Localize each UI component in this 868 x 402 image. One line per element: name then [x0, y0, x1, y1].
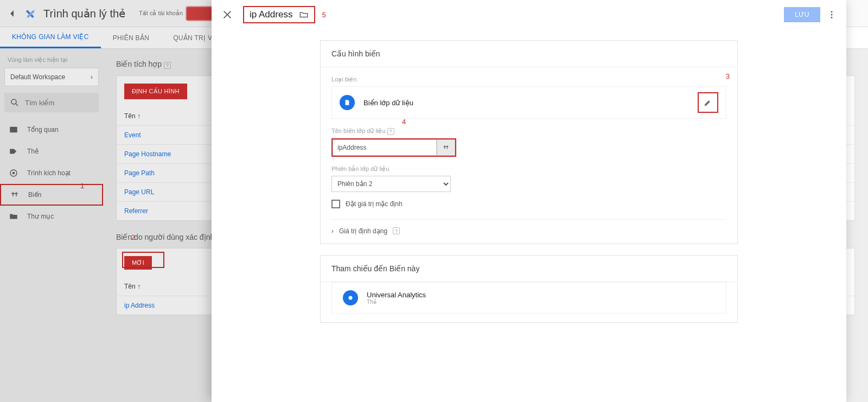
help-icon[interactable]: ? [393, 227, 400, 234]
dl-name-field-group [331, 138, 456, 157]
default-value-checkbox-row[interactable]: Đặt giá trị mặc định [331, 200, 726, 208]
dl-version-select[interactable]: Phiên bản 2 [331, 176, 451, 192]
variable-name-box[interactable]: ip Address [243, 6, 315, 23]
drawer-header: ip Address 5 LƯU [212, 0, 846, 29]
folder-outline-icon[interactable] [299, 10, 309, 20]
variable-type-label: Loại biến [331, 76, 726, 83]
config-card-title: Cấu hình biến [321, 41, 737, 67]
dl-name-picker-button[interactable] [437, 139, 455, 156]
reference-name: Universal Analytics [367, 291, 426, 299]
format-value-label: Giá trị định dạng [339, 227, 387, 235]
variable-type-row[interactable]: Biến lớp dữ liệu [331, 86, 726, 119]
variable-name: ip Address [250, 9, 292, 20]
variable-type-value: Biến lớp dữ liệu [363, 99, 413, 107]
variable-config-card: Cấu hình biến Loại biến 3 Biến lớp dữ li… [320, 40, 738, 244]
svg-point-9 [831, 17, 833, 18]
svg-point-8 [831, 14, 833, 16]
format-value-row[interactable]: › Giá trị định dạng ? [331, 219, 726, 235]
dl-version-label: Phiên bản lớp dữ liệu [331, 165, 726, 173]
svg-point-10 [349, 296, 353, 299]
help-icon[interactable]: ? [387, 128, 394, 135]
modal-overlay [0, 0, 212, 402]
datalayer-type-icon [340, 95, 355, 110]
references-title: Tham chiếu đến Biến này [321, 256, 737, 282]
dl-name-label: Tên biến lớp dữ liệu [331, 127, 386, 134]
save-button[interactable]: LƯU [784, 7, 820, 22]
dl-name-input[interactable] [333, 139, 437, 156]
reference-row[interactable]: Universal Analytics Thẻ [331, 282, 726, 314]
variable-editor-drawer: ip Address 5 LƯU Cấu hình biến Loại biến… [212, 0, 846, 402]
annotation-3: 3 [726, 72, 730, 80]
more-vert-icon[interactable] [827, 10, 837, 20]
drawer-body: Cấu hình biến Loại biến 3 Biến lớp dữ li… [212, 29, 846, 323]
chevron-right-icon: › [331, 227, 334, 235]
edit-type-button[interactable] [698, 92, 718, 113]
annotation-5: 5 [322, 11, 326, 19]
references-card: Tham chiếu đến Biến này Universal Analyt… [320, 255, 738, 323]
checkbox-icon[interactable] [331, 200, 340, 208]
svg-point-7 [831, 11, 833, 12]
reference-subtype: Thẻ [367, 299, 426, 305]
close-icon[interactable] [221, 9, 233, 21]
analytics-tag-icon [343, 290, 358, 305]
default-value-label: Đặt giá trị mặc định [346, 200, 403, 208]
annotation-4: 4 [402, 118, 406, 126]
